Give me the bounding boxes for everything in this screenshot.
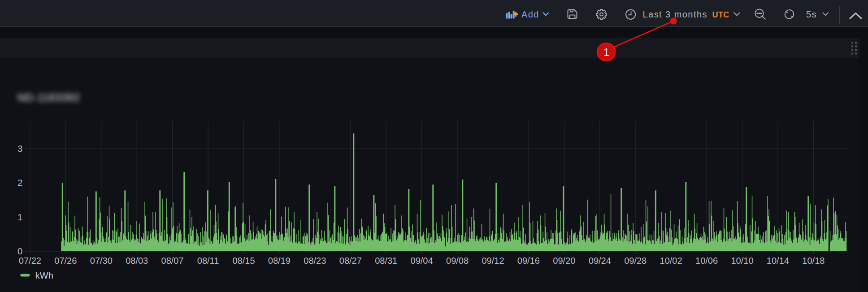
svg-text:1: 1 <box>603 46 609 58</box>
